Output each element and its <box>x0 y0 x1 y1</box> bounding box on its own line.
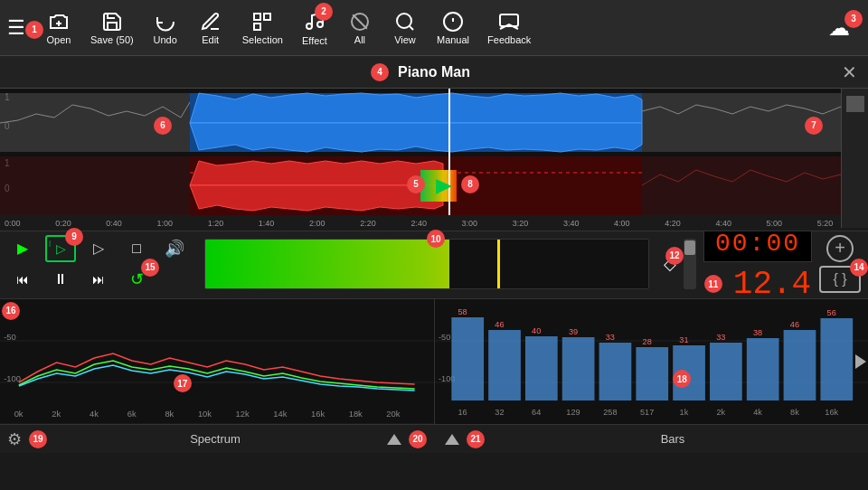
bars-expand-button[interactable] <box>855 354 866 369</box>
cloud-area: ☁ 3 <box>828 15 857 41</box>
svg-text:-50: -50 <box>4 333 16 342</box>
manual-button[interactable]: Manual <box>428 7 478 49</box>
svg-text:258: 258 <box>603 408 617 417</box>
badge-9: 9 <box>65 228 83 246</box>
svg-text:46: 46 <box>495 320 504 329</box>
spectrum-up-button[interactable] <box>387 434 401 445</box>
badge-11-wrap: 11 <box>704 275 722 294</box>
badge-8: 8 <box>461 175 479 193</box>
svg-rect-2 <box>254 14 260 20</box>
badge-20: 20 <box>409 430 427 448</box>
edit-button[interactable]: Edit <box>188 7 233 49</box>
time-tick-3: 1:00 <box>157 219 208 228</box>
volume-button[interactable]: 🔊 <box>159 235 190 262</box>
fast-forward-button[interactable]: ⏭ <box>83 266 114 293</box>
svg-text:56: 56 <box>826 308 835 317</box>
badge-14: 14 <box>850 259 868 277</box>
svg-text:33: 33 <box>605 333 614 342</box>
svg-text:40: 40 <box>532 326 541 335</box>
time-tick-5: 1:40 <box>259 219 309 228</box>
time-tick-14: 4:40 <box>715 219 766 228</box>
all-button[interactable]: All <box>337 7 382 49</box>
bars-up-button[interactable] <box>445 434 459 445</box>
badge-5: 5 <box>407 175 425 193</box>
svg-line-9 <box>353 14 367 29</box>
settings-icon[interactable]: ⚙ <box>7 429 22 449</box>
plus-button[interactable]: + <box>826 235 854 262</box>
spectrum-panel[interactable]: 16 -50 -100 0k 2k 4k 6k 8k 10k 12k 14k 1 <box>0 299 435 424</box>
play-from-button[interactable]: ▷ <box>83 235 114 262</box>
svg-rect-55 <box>524 336 557 400</box>
badge-19: 19 <box>29 430 47 448</box>
track-title: Piano Man <box>398 64 470 80</box>
waveform-svg-top <box>0 89 868 156</box>
bpm-display: 12.4 <box>733 266 811 303</box>
stop-button[interactable]: □ <box>121 235 152 262</box>
svg-text:58: 58 <box>458 307 467 316</box>
transport-row-top: ▶ ▷ | 9 ▷ □ 🔊 <box>7 235 190 262</box>
pause-button[interactable]: ⏸ <box>45 266 76 293</box>
hamburger-menu[interactable]: ☰ <box>7 16 25 40</box>
svg-text:39: 39 <box>568 327 577 336</box>
svg-point-5 <box>307 24 312 29</box>
selection-button[interactable]: Selection <box>233 7 292 49</box>
svg-rect-61 <box>746 338 778 400</box>
undo-button[interactable]: Undo <box>143 7 188 49</box>
waveform-bottom[interactable]: 1 0 <box>0 156 868 215</box>
time-tick-2: 0:40 <box>106 219 156 228</box>
scroll-bar[interactable] <box>684 239 696 289</box>
time-tick-0: 0:00 <box>5 219 55 228</box>
svg-text:0k: 0k <box>14 410 24 419</box>
waveform-top[interactable]: 1 0 6 7 <box>0 89 868 156</box>
svg-text:2k: 2k <box>716 408 725 417</box>
svg-rect-58 <box>636 347 668 400</box>
level-tick <box>497 240 500 288</box>
close-button[interactable]: ✕ <box>842 61 857 83</box>
svg-rect-54 <box>488 330 521 400</box>
time-tick-7: 2:20 <box>360 219 410 228</box>
play-sel-wrap: ▷ | 9 <box>45 235 76 262</box>
bars-panel[interactable]: -50 -100 58 46 40 39 33 28 31 33 38 <box>435 299 869 424</box>
feedback-button[interactable]: Feedback <box>478 7 540 49</box>
title-bar: 4 Piano Man ✕ <box>0 56 868 89</box>
rewind-button[interactable]: ⏮ <box>7 266 38 293</box>
badge-7: 7 <box>805 117 823 135</box>
bars-svg: -50 -100 58 46 40 39 33 28 31 33 38 <box>435 299 869 424</box>
svg-rect-57 <box>599 343 631 400</box>
waveform-scroll[interactable] <box>841 89 868 228</box>
view-button[interactable]: View <box>382 7 428 49</box>
svg-text:4k: 4k <box>90 410 99 419</box>
svg-marker-27 <box>190 185 443 211</box>
waveform-area[interactable]: 1 0 6 7 1 0 <box>0 89 868 229</box>
svg-text:38: 38 <box>752 328 761 337</box>
time-tick-12: 4:00 <box>614 219 665 228</box>
svg-text:18k: 18k <box>349 410 363 419</box>
play-button[interactable]: ▶ <box>7 235 38 262</box>
svg-point-6 <box>317 22 323 27</box>
svg-point-10 <box>397 14 411 28</box>
bars-label: Bars <box>485 432 861 446</box>
effect-button[interactable]: 2 Effect <box>292 6 337 50</box>
level-meter-mask <box>449 240 649 288</box>
time-tick-6: 2:00 <box>309 219 360 228</box>
badge-17: 17 <box>174 374 192 392</box>
svg-text:32: 32 <box>495 408 504 417</box>
footer-left: ⚙ 19 Spectrum 20 <box>0 429 434 449</box>
svg-text:129: 129 <box>566 408 580 417</box>
svg-marker-26 <box>190 161 443 185</box>
svg-text:28: 28 <box>642 337 651 346</box>
bottom-footer: ⚙ 19 Spectrum 20 21 Bars <box>0 424 868 453</box>
svg-text:8k: 8k <box>790 408 799 417</box>
badge-6: 6 <box>154 117 172 135</box>
svg-line-11 <box>410 25 413 29</box>
svg-rect-22 <box>0 156 190 215</box>
svg-rect-53 <box>451 317 484 400</box>
time-tick-8: 2:40 <box>410 219 461 228</box>
transport-area: ▶ ▷ | 9 ▷ □ 🔊 ⏮ ⏸ ⏭ ↺ 15 <box>0 229 868 299</box>
loop-wrap: ↺ 15 <box>121 266 152 293</box>
svg-text:1k: 1k <box>679 408 688 417</box>
badge-18: 18 <box>673 370 691 388</box>
save-button[interactable]: Save (50) <box>81 7 143 49</box>
loop-btn-wrap: { } 14 <box>819 266 861 293</box>
svg-text:46: 46 <box>789 320 798 329</box>
